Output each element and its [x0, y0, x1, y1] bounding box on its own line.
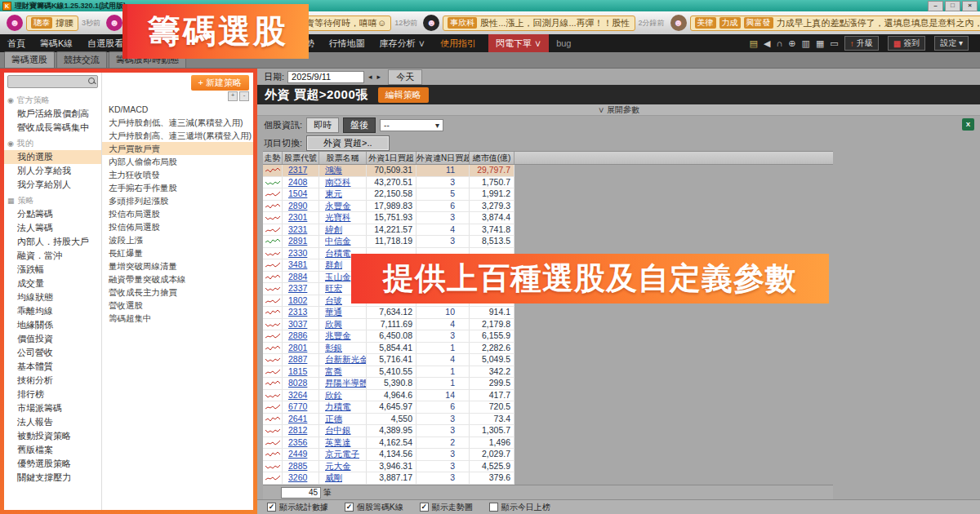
- menu-item-10[interactable]: 閃電下單 ∨: [488, 34, 549, 52]
- stock-name-link[interactable]: 華通: [319, 307, 367, 318]
- display-option-1[interactable]: ✓個股籌碼K線: [345, 502, 403, 513]
- menu-item-8[interactable]: 庫存分析 ∨: [372, 34, 433, 52]
- restore-button[interactable]: □: [945, 1, 960, 11]
- stock-name-link[interactable]: 富喬: [319, 366, 367, 378]
- sidebar-item[interactable]: 舊版檔案: [4, 443, 101, 457]
- stock-name-link[interactable]: 元大金: [319, 461, 367, 472]
- table-row[interactable]: 1504東元22,150.5851,991.2: [263, 188, 514, 201]
- stock-code-link[interactable]: 3481: [283, 259, 319, 271]
- minimize-button[interactable]: –: [928, 1, 943, 11]
- new-strategy-button[interactable]: + 新建策略: [191, 75, 249, 91]
- monitor-icon[interactable]: ▭: [830, 38, 838, 49]
- strategy-item[interactable]: 多頭排列起漲股: [102, 194, 253, 207]
- sidebar-item[interactable]: 漲跌幅: [4, 263, 101, 277]
- sidebar-item[interactable]: 融資．當沖: [4, 249, 101, 263]
- strategy-item[interactable]: 量增突破周線清量: [102, 259, 253, 273]
- tab-0[interactable]: 籌碼選股: [4, 51, 55, 68]
- stock-name-link[interactable]: 台中銀: [319, 425, 367, 436]
- sidebar-item[interactable]: 公司營收: [4, 346, 101, 360]
- strategy-item[interactable]: 波段上漲: [102, 233, 253, 246]
- settings-button[interactable]: 設定 ▾: [934, 36, 969, 51]
- stock-code-link[interactable]: 2887: [283, 354, 319, 366]
- stock-code-link[interactable]: 2301: [283, 212, 319, 224]
- stock-code-link[interactable]: 2891: [283, 236, 319, 247]
- display-option-0[interactable]: ✓顯示統計數據: [267, 502, 328, 513]
- display-option-3[interactable]: 顯示今日上榜: [489, 502, 550, 513]
- sidebar-item[interactable]: 均線狀態: [4, 290, 101, 304]
- strategy-item[interactable]: 大戶持股創低、連三減(累積登入用): [102, 116, 253, 129]
- sidebar-item[interactable]: 關鍵支撐壓力: [4, 471, 101, 485]
- menu-item-7[interactable]: 行情地圖: [322, 34, 372, 52]
- column-header-1[interactable]: 股票代號: [283, 152, 319, 164]
- sidebar-item[interactable]: 散戶活絡股價創高: [4, 107, 101, 121]
- sidebar-item[interactable]: 我的選股: [4, 150, 101, 164]
- checkbox-icon[interactable]: [489, 503, 498, 512]
- item-switch-button[interactable]: 外資 買超>..: [306, 135, 390, 151]
- table-row[interactable]: 2356英業達4,162.5421,496: [263, 437, 514, 450]
- sidebar-item[interactable]: 技術分析: [4, 374, 101, 388]
- note-icon[interactable]: ▤: [750, 38, 758, 49]
- table-row[interactable]: 2812台中銀4,389.9531,305.7: [263, 425, 514, 437]
- table-row[interactable]: 3037欣興7,111.6942,179.8: [263, 319, 514, 331]
- table-row[interactable]: 3231緯創14,221.5743,741.8: [263, 224, 514, 237]
- stock-code-link[interactable]: 1504: [283, 188, 319, 200]
- column-header-5[interactable]: 總市值(億): [470, 152, 514, 164]
- table-row[interactable]: 2885元大金3,946.3134,525.9: [263, 461, 514, 473]
- table-row[interactable]: 3260威剛3,887.173379.6: [263, 472, 514, 485]
- stock-code-link[interactable]: 2801: [283, 343, 319, 354]
- sidebar-item[interactable]: 排行榜: [4, 388, 101, 401]
- sidebar-item[interactable]: 乖離均線: [4, 304, 101, 318]
- stock-code-link[interactable]: 3231: [283, 224, 319, 236]
- stock-name-link[interactable]: 欣興: [319, 319, 367, 330]
- close-button[interactable]: ×: [962, 1, 978, 11]
- stock-name-link[interactable]: 中信金: [319, 236, 367, 247]
- table-row[interactable]: 2891中信金11,718.1938,513.5: [263, 236, 514, 248]
- info-dropdown[interactable]: -- ▾: [380, 119, 443, 131]
- table-row[interactable]: 2408南亞科43,270.5131,750.7: [263, 177, 514, 189]
- today-button[interactable]: 今天: [388, 69, 422, 85]
- sidebar-item[interactable]: 市場派籌碼: [4, 401, 101, 415]
- stock-tag-chip[interactable]: 聰泰: [31, 17, 52, 29]
- sidebar-item[interactable]: 別人分享給我: [4, 164, 101, 178]
- strategy-item[interactable]: 投信佈局選股: [102, 220, 253, 233]
- stock-name-link[interactable]: 兆豐金: [319, 330, 367, 342]
- table-row[interactable]: 2317鴻海70,509.311129,797.7: [263, 165, 514, 177]
- checkbox-icon[interactable]: ✓: [267, 503, 276, 512]
- sidebar-item[interactable]: 價值投資: [4, 332, 101, 346]
- expand-params-toggle[interactable]: ∨ 展開參數: [257, 104, 980, 116]
- menu-item-1[interactable]: 籌碼K線: [33, 34, 80, 52]
- strategy-item[interactable]: 大戶持股創高、連三遞增(累積登入用): [102, 129, 253, 142]
- sidebar-item[interactable]: 基本體質: [4, 360, 101, 374]
- display-option-2[interactable]: ✓顯示走勢圖: [420, 502, 473, 513]
- table-row[interactable]: 2449京元電子4,134.5632,029.7: [263, 449, 514, 461]
- strategy-item[interactable]: 主力狂收噴發: [102, 168, 253, 181]
- stock-name-link[interactable]: 京元電子: [319, 449, 367, 460]
- upgrade-button[interactable]: ↑升級: [844, 36, 879, 51]
- sidebar-item[interactable]: 內部人．持股大戶: [4, 235, 101, 249]
- stock-name-link[interactable]: 英業達: [319, 437, 367, 449]
- sidebar-item[interactable]: 分點籌碼: [4, 207, 101, 221]
- collapse-all-button[interactable]: -: [239, 91, 249, 101]
- stock-code-link[interactable]: 3260: [283, 472, 319, 484]
- stock-name-link[interactable]: 力積電: [319, 401, 367, 413]
- column-header-2[interactable]: 股票名稱: [319, 152, 367, 164]
- table-row[interactable]: 6770力積電4,645.976720.5: [263, 401, 514, 414]
- sidebar-item[interactable]: 成交量: [4, 277, 101, 290]
- table-row[interactable]: 1815富喬5,410.551342.2: [263, 366, 514, 379]
- sidebar-item[interactable]: 地緣關係: [4, 318, 101, 332]
- sidebar-item[interactable]: 優勢選股策略: [4, 457, 101, 471]
- stock-name-link[interactable]: 威剛: [319, 472, 367, 484]
- headset-icon[interactable]: ∩: [776, 38, 782, 49]
- stock-name-link[interactable]: 東元: [319, 188, 367, 200]
- strategy-item[interactable]: 融資帶量突破成本線: [102, 273, 253, 286]
- stock-code-link[interactable]: 2337: [283, 283, 319, 295]
- stock-code-link[interactable]: 2884: [283, 272, 319, 283]
- stock-code-link[interactable]: 1802: [283, 295, 319, 307]
- stock-code-link[interactable]: 2408: [283, 177, 319, 188]
- edit-strategy-button[interactable]: 編輯策略: [378, 87, 429, 103]
- stock-code-link[interactable]: 2317: [283, 165, 319, 176]
- stats-icon[interactable]: ▥: [802, 38, 810, 49]
- column-header-0[interactable]: 走勢: [263, 152, 283, 164]
- stock-code-link[interactable]: 6770: [283, 401, 319, 413]
- stock-code-link[interactable]: 2330: [283, 248, 319, 259]
